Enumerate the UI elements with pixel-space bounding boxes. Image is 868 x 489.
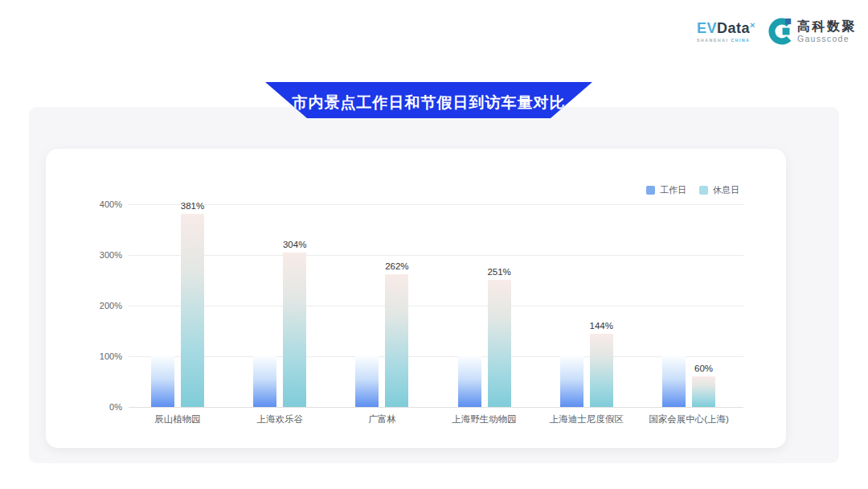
title-banner: 市内景点工作日和节假日到访车量对比 [265, 82, 592, 118]
evdata-x-mark-icon: × [750, 20, 755, 30]
bar-value-label: 144% [569, 321, 633, 331]
bar-restday [385, 274, 408, 407]
y-axis-tick: 300% [76, 250, 122, 260]
bar-workday [151, 356, 174, 407]
bar-restday [692, 376, 715, 407]
evdata-ev-text: EV [697, 20, 717, 36]
gausscode-logo: 高科数聚 Gausscode [767, 18, 857, 45]
bar-workday [253, 356, 276, 407]
evdata-wordmark: EVData× [697, 21, 755, 35]
header-logos: EVData× SHANGHAI CHINA 高科数聚 Gausscode [697, 18, 857, 45]
gausscode-text: 高科数聚 Gausscode [797, 19, 857, 43]
bar-chart: 0%100%200%300%400%381%辰山植物园304%上海欢乐谷262%… [46, 149, 786, 448]
bar-restday [590, 334, 613, 407]
evdata-logo: EVData× SHANGHAI CHINA [697, 18, 755, 43]
gridline [129, 255, 743, 256]
bar-value-label: 60% [672, 364, 736, 373]
y-axis-tick: 400% [76, 199, 122, 209]
evdata-subtext: SHANGHAI CHINA [697, 38, 755, 43]
bar-value-label: 381% [161, 201, 225, 211]
y-axis-tick: 100% [76, 351, 122, 361]
gausscode-en-name: Gausscode [797, 34, 857, 43]
y-axis-tick: 0% [76, 402, 122, 412]
gridline [129, 356, 743, 357]
content-panel: 工作日休息日 0%100%200%300%400%381%辰山植物园304%上海… [29, 107, 839, 463]
bar-restday [488, 280, 511, 407]
gausscode-cn-name: 高科数聚 [797, 19, 857, 34]
bar-workday [560, 356, 583, 407]
x-axis-line [129, 407, 743, 408]
gridline [129, 306, 743, 306]
bar-restday [283, 253, 306, 407]
evdata-subtext-china: CHINA [731, 38, 751, 43]
page-title: 市内景点工作日和节假日到访车量对比 [293, 92, 566, 113]
bar-workday [355, 356, 379, 407]
chart-card: 工作日休息日 0%100%200%300%400%381%辰山植物园304%上海… [46, 149, 786, 448]
evdata-data-text: Data [717, 20, 750, 36]
bar-value-label: 304% [263, 240, 327, 249]
x-axis-label: 国家会展中心(上海) [628, 413, 749, 425]
evdata-subtext-shanghai: SHANGHAI [697, 38, 728, 43]
bar-workday [458, 356, 481, 407]
bar-value-label: 262% [365, 261, 429, 271]
bar-restday [181, 214, 204, 407]
y-axis-tick: 200% [76, 301, 122, 310]
gausscode-g-icon [767, 18, 792, 45]
page: EVData× SHANGHAI CHINA 高科数聚 Gausscode 市内… [0, 0, 868, 489]
bar-value-label: 251% [467, 267, 531, 277]
